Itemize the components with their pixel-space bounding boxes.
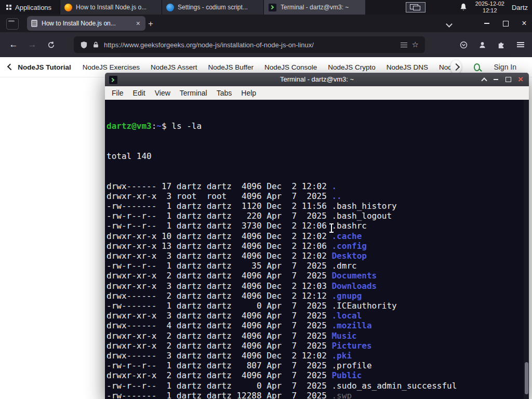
maximize-icon bbox=[506, 77, 511, 82]
reload-button[interactable] bbox=[44, 37, 58, 52]
reader-mode-icon[interactable] bbox=[401, 42, 407, 48]
file-name: Pictures bbox=[331, 341, 371, 351]
nav-item[interactable]: NodeJS Buffer bbox=[208, 63, 254, 71]
list-all-tabs-button[interactable] bbox=[443, 19, 455, 29]
file-name: Downloads bbox=[331, 281, 377, 291]
terminal-listing: drwx------ 17 dartz dartz 4096 Dec 2 12:… bbox=[107, 181, 529, 399]
lock-icon[interactable] bbox=[92, 41, 99, 48]
menu-item-terminal[interactable]: Terminal bbox=[175, 89, 212, 97]
firefox-view-button[interactable] bbox=[6, 18, 19, 30]
new-tab-button[interactable]: + bbox=[144, 18, 157, 30]
chevron-down-icon bbox=[446, 21, 453, 28]
terminal-line: drwxr-xr-x 2 dartz dartz 4096 Apr 7 2025… bbox=[107, 370, 529, 380]
file-name: .profile bbox=[331, 361, 371, 370]
browser-close-button[interactable]: × bbox=[515, 15, 532, 32]
file-name: .gnupg bbox=[331, 291, 362, 301]
extensions-icon[interactable] bbox=[494, 37, 508, 52]
file-name: .config bbox=[331, 241, 366, 251]
nav-item[interactable]: NodeJS Exercises bbox=[83, 63, 140, 71]
tab-favicon-icon bbox=[31, 20, 37, 27]
nav-item[interactable]: NodeJS DNS bbox=[387, 63, 428, 71]
file-name: Documents bbox=[331, 271, 377, 281]
account-button[interactable] bbox=[475, 37, 489, 52]
pocket-button[interactable] bbox=[456, 37, 471, 52]
terminal-window: Terminal - dartz@vm3: ~ × File Edit View… bbox=[105, 73, 529, 399]
file-name: .ICEauthority bbox=[331, 301, 396, 311]
menu-button[interactable] bbox=[513, 37, 528, 52]
taskbar-button-firefox[interactable]: How to Install Node.js o... bbox=[60, 0, 162, 15]
applications-icon bbox=[6, 5, 8, 7]
browser-minimize-button[interactable] bbox=[478, 15, 496, 32]
taskbar-label: How to Install Node.js o... bbox=[76, 4, 147, 11]
taskbar-button-terminal[interactable]: Terminal - dartz@vm3: ~ bbox=[263, 0, 365, 15]
file-name: Music bbox=[331, 331, 356, 341]
panel-clock[interactable]: 2025-12-02 12:12 bbox=[475, 1, 504, 14]
terminal-prompt-line: dartz@vm3:~$ ls -la bbox=[107, 121, 529, 131]
chevron-up-icon bbox=[481, 77, 487, 83]
url-bar[interactable]: https://www.geeksforgeeks.org/node-js/in… bbox=[74, 36, 425, 53]
url-text[interactable]: https://www.geeksforgeeks.org/node-js/in… bbox=[104, 41, 396, 49]
nav-item-tutorial[interactable]: NodeJS Tutorial bbox=[18, 63, 71, 71]
tab-title: How to Install Node.js on... bbox=[42, 20, 131, 27]
tab-close-button[interactable]: × bbox=[135, 20, 141, 27]
browser-maximize-button[interactable] bbox=[497, 15, 514, 32]
terminal-titlebar[interactable]: Terminal - dartz@vm3: ~ × bbox=[105, 73, 529, 86]
terminal-line: drwx------ 3 dartz dartz 4096 Dec 2 12:0… bbox=[107, 351, 529, 361]
nav-back-chevron-icon[interactable] bbox=[7, 64, 14, 71]
applications-menu-button[interactable]: Applications bbox=[0, 0, 58, 15]
nav-item[interactable]: NodeJS Assert bbox=[151, 63, 197, 71]
terminal-command: ls -la bbox=[171, 121, 202, 131]
nav-item[interactable]: NodeJS Crypto bbox=[328, 63, 376, 71]
prompt-cwd: ~ bbox=[156, 121, 162, 131]
site-search-icon[interactable] bbox=[474, 63, 481, 71]
prompt-symbol: $ bbox=[162, 121, 171, 131]
window-taskbar: How to Install Node.js o... Settings - c… bbox=[60, 0, 365, 15]
taskbar-label: Terminal - dartz@vm3: ~ bbox=[281, 4, 349, 11]
menu-item-help[interactable]: Help bbox=[236, 89, 261, 97]
terminal-line: -rw-r--r-- 1 dartz dartz 220 Apr 7 2025 … bbox=[107, 211, 529, 221]
codium-icon bbox=[166, 4, 174, 11]
terminal-close-button[interactable]: × bbox=[514, 73, 527, 86]
terminal-line: drwxr-xr-x 3 root root 4096 Apr 7 2025 .… bbox=[107, 191, 529, 201]
shield-icon[interactable] bbox=[80, 41, 88, 49]
menu-item-file[interactable]: File bbox=[107, 89, 128, 97]
terminal-body[interactable]: dartz@vm3:~$ ls -la total 140 drwx------… bbox=[105, 100, 529, 399]
forward-button[interactable]: → bbox=[25, 37, 39, 52]
browser-nav-toolbar: ← → https://www.geeksforgeeks.org/node-j… bbox=[0, 32, 532, 57]
terminal-shade-button[interactable] bbox=[478, 73, 490, 86]
menu-item-view[interactable]: View bbox=[150, 89, 175, 97]
sign-in-button[interactable]: Sign In bbox=[494, 63, 516, 71]
panel-tray: 2025-12-02 12:12 Dartz bbox=[406, 0, 532, 15]
panel-user[interactable]: Dartz bbox=[512, 4, 528, 11]
file-name: .cache bbox=[331, 231, 362, 241]
nav-scroll-right-button[interactable] bbox=[450, 60, 461, 74]
menu-item-edit[interactable]: Edit bbox=[128, 89, 150, 97]
file-name: . bbox=[331, 181, 337, 191]
file-name: Public bbox=[331, 370, 362, 380]
terminal-line: drwx------ 2 dartz dartz 4096 Dec 2 12:1… bbox=[107, 291, 529, 301]
browser-tab-bar: How to Install Node.js on... × + × bbox=[0, 15, 532, 32]
file-name: .bash_logout bbox=[331, 211, 392, 221]
hamburger-icon bbox=[517, 42, 524, 47]
bookmark-star-button[interactable]: ☆ bbox=[412, 40, 419, 49]
browser-tab[interactable]: How to Install Node.js on... × bbox=[27, 16, 145, 31]
nav-item[interactable]: NodeJS Console bbox=[264, 63, 317, 71]
back-button[interactable]: ← bbox=[6, 37, 21, 52]
taskbar-label: Settings - codium script... bbox=[178, 4, 248, 11]
terminal-minimize-button[interactable] bbox=[489, 73, 502, 86]
terminal-line: drwxr-xr-x 2 dartz dartz 4096 Apr 7 2025… bbox=[107, 271, 529, 281]
file-name: .swp bbox=[331, 391, 352, 399]
terminal-scrollbar[interactable] bbox=[524, 100, 529, 399]
file-name: .bashrc bbox=[331, 221, 366, 231]
terminal-total-line: total 140 bbox=[107, 151, 529, 161]
desktop: { "panel": { "applications": "Applicatio… bbox=[0, 0, 532, 399]
terminal-line: drwxr-xr-x 3 dartz dartz 4096 Dec 2 12:0… bbox=[107, 281, 529, 291]
taskbar-button-codium-settings[interactable]: Settings - codium script... bbox=[162, 0, 263, 15]
notification-bell-icon[interactable] bbox=[459, 3, 468, 12]
menu-item-tabs[interactable]: Tabs bbox=[212, 89, 237, 97]
workspace-indicator-icon[interactable] bbox=[406, 2, 425, 12]
scrollbar-thumb[interactable] bbox=[525, 362, 528, 394]
terminal-maximize-button[interactable] bbox=[502, 73, 514, 86]
file-name: .mozilla bbox=[331, 321, 371, 330]
terminal-line: -rw------- 1 dartz dartz 12288 Apr 7 202… bbox=[107, 391, 529, 399]
